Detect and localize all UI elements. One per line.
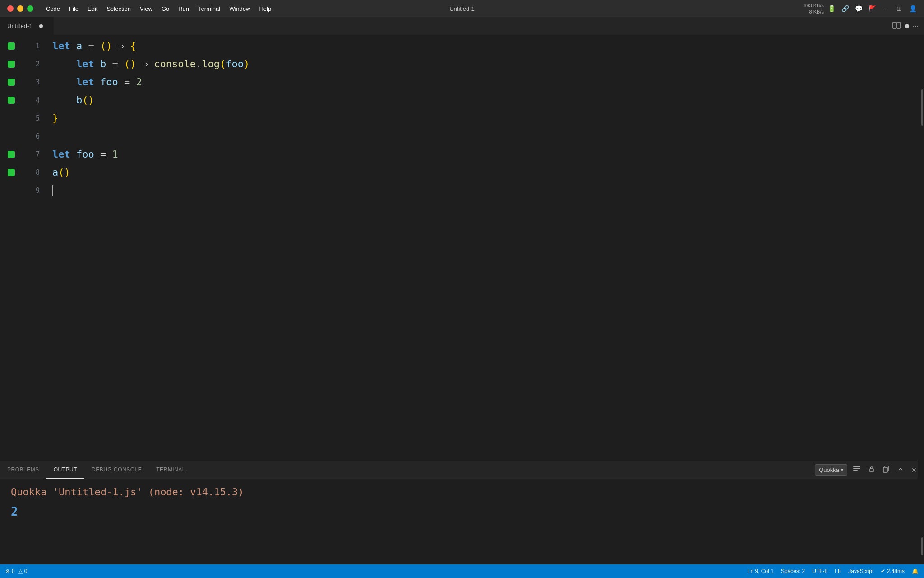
window-title: Untitled-1 (449, 5, 475, 12)
eol-info[interactable]: LF (835, 568, 841, 574)
editor-area: 1 2 3 4 5 6 7 8 9 let a = () ⇒ { let b =… (0, 35, 924, 461)
line-numbers: 1 2 3 4 5 6 7 8 9 (23, 35, 45, 461)
gutter-row-4 (0, 91, 23, 109)
cursor-position[interactable]: Ln 9, Col 1 (748, 568, 774, 574)
output-content: Quokka 'Untitled-1.js' (node: v14.15.3) … (0, 479, 924, 564)
panel-scrollbar-thumb[interactable] (921, 537, 923, 555)
svg-rect-0 (893, 22, 896, 28)
panel-tabbar: PROBLEMS OUTPUT DEBUG CONSOLE TERMINAL Q… (0, 461, 924, 479)
menu-edit[interactable]: Edit (84, 5, 101, 13)
tab-actions (39, 24, 46, 28)
editor-scrollbar[interactable] (918, 35, 924, 461)
panel-scrollbar[interactable] (918, 461, 924, 564)
split-editor-icon[interactable] (892, 21, 901, 32)
statusbar-left: ⊗ 0 △ 0 (5, 568, 27, 574)
menu-run[interactable]: Run (175, 5, 193, 13)
link-icon[interactable]: 🔗 (841, 5, 849, 13)
code-line-9 (52, 182, 918, 200)
svg-rect-1 (897, 22, 900, 28)
menu-go[interactable]: Go (158, 5, 173, 13)
svg-rect-7 (883, 467, 887, 472)
warning-count: 0 (24, 568, 28, 574)
encoding-info[interactable]: UTF-8 (812, 568, 827, 574)
chevron-down-icon: ▾ (841, 467, 843, 472)
error-count: 0 (12, 568, 15, 574)
panel-tab-terminal[interactable]: TERMINAL (149, 461, 193, 479)
gutter-row-1 (0, 37, 23, 55)
minimize-button[interactable] (17, 5, 23, 12)
breakpoint-7[interactable] (8, 151, 15, 158)
output-line-1: Quokka 'Untitled-1.js' (node: v14.15.3) (11, 486, 913, 498)
editor-tab[interactable]: Untitled-1 (0, 17, 54, 35)
statusbar: ⊗ 0 △ 0 Ln 9, Col 1 Spaces: 2 UTF-8 LF J… (0, 564, 924, 578)
panel-source-dropdown[interactable]: Quokka ▾ (815, 464, 847, 476)
panel-tab-output[interactable]: OUTPUT (46, 461, 84, 479)
menu-terminal[interactable]: Terminal (194, 5, 224, 13)
more-options-icon[interactable]: ··· (913, 22, 919, 30)
control-center-icon[interactable]: ⊞ (895, 5, 903, 13)
more-icon[interactable]: ··· (882, 5, 890, 13)
user-icon[interactable]: 👤 (909, 5, 917, 13)
unsaved-indicator (39, 24, 43, 28)
close-button[interactable] (7, 5, 14, 12)
maximize-button[interactable] (27, 5, 33, 12)
menu-help[interactable]: Help (255, 5, 275, 13)
breakpoint-4[interactable] (8, 97, 15, 104)
menu-file[interactable]: File (65, 5, 82, 13)
scrollbar-thumb[interactable] (921, 89, 923, 126)
menu-selection[interactable]: Selection (103, 5, 134, 13)
menu-code[interactable]: Code (42, 5, 64, 13)
language-mode[interactable]: JavaScript (848, 568, 873, 574)
gutter-row-6 (0, 127, 23, 145)
line-num-6: 6 (23, 127, 45, 145)
indent-info[interactable]: Spaces: 2 (781, 568, 805, 574)
breakpoint-2[interactable] (8, 61, 15, 68)
code-line-6 (52, 127, 918, 145)
breakpoint-1[interactable] (8, 42, 15, 50)
network-stats: 693 KB/s 8 KB/s (804, 2, 824, 15)
panel-tab-problems[interactable]: PROBLEMS (0, 461, 46, 479)
line-num-4: 4 (23, 91, 45, 109)
line-num-7: 7 (23, 145, 45, 163)
flag-icon[interactable]: 🚩 (868, 5, 876, 13)
traffic-lights (7, 5, 33, 12)
gutter-row-2 (0, 55, 23, 73)
warning-icon: △ (18, 568, 23, 574)
line-num-3: 3 (23, 73, 45, 91)
tabbar: Untitled-1 ··· (0, 17, 924, 35)
panel-tab-actions: Quokka ▾ (815, 461, 924, 479)
copy-icon[interactable] (881, 465, 892, 475)
code-editor[interactable]: let a = () ⇒ { let b = () ⇒ console.log(… (45, 35, 918, 461)
titlebar-left: Code File Edit Selection View Go Run Ter… (7, 5, 275, 13)
line-num-5: 5 (23, 109, 45, 127)
code-line-2: let b = () ⇒ console.log(foo) (52, 55, 918, 73)
error-icon: ⊗ (5, 568, 10, 574)
collapse-panel-icon[interactable] (895, 465, 906, 475)
line-num-9: 9 (23, 182, 45, 200)
gutter-row-5 (0, 109, 23, 127)
close-panel-icon[interactable]: ✕ (910, 466, 919, 475)
code-line-3: let foo = 2 (52, 73, 918, 91)
svg-rect-2 (853, 466, 860, 467)
code-line-4: b() (52, 91, 918, 109)
battery-icon: 🔋 (827, 5, 836, 13)
gutter-row-8 (0, 163, 23, 182)
titlebar-icons: 🔋 🔗 💬 🚩 ··· ⊞ 👤 (827, 5, 917, 13)
titlebar-right: 693 KB/s 8 KB/s 🔋 🔗 💬 🚩 ··· ⊞ 👤 (804, 2, 917, 15)
breakpoint-8[interactable] (8, 169, 15, 176)
notification-icon[interactable]: 🔔 (912, 568, 919, 574)
code-line-7: let foo = 1 (52, 145, 918, 163)
statusbar-right: Ln 9, Col 1 Spaces: 2 UTF-8 LF JavaScrip… (748, 568, 919, 574)
clear-output-icon[interactable] (851, 464, 863, 475)
breakpoint-3[interactable] (8, 79, 15, 86)
panel-tab-debug[interactable]: DEBUG CONSOLE (84, 461, 149, 479)
errors-indicator[interactable]: ⊗ 0 △ 0 (5, 568, 27, 574)
breakpoint-gutter (0, 35, 23, 461)
line-num-2: 2 (23, 55, 45, 73)
titlebar: Code File Edit Selection View Go Run Ter… (0, 0, 924, 17)
menu-view[interactable]: View (136, 5, 156, 13)
lock-icon[interactable] (866, 465, 877, 475)
menu-window[interactable]: Window (226, 5, 254, 13)
unsaved-dot (905, 24, 909, 28)
chat-icon[interactable]: 💬 (855, 5, 863, 13)
